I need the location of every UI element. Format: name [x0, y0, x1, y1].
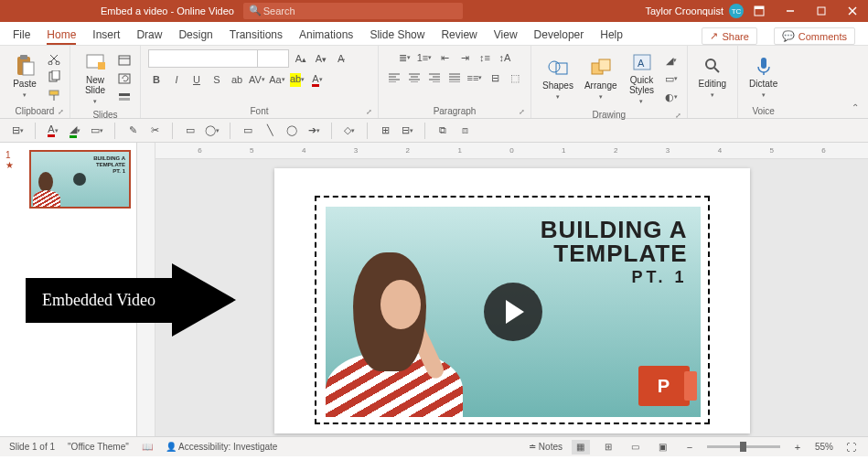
embedded-video[interactable]: BUILDING A TEMPLATE PT. 1 P	[326, 207, 701, 417]
tab-view[interactable]: View	[494, 28, 518, 45]
shrink-font-button[interactable]: A▾	[313, 50, 329, 67]
qat-outline-button[interactable]: ▭▾	[89, 123, 105, 139]
qat-crop-button[interactable]: ✂	[146, 123, 163, 139]
tab-help[interactable]: Help	[600, 28, 623, 45]
line-spacing-button[interactable]: ↕≡	[477, 49, 493, 66]
tab-design[interactable]: Design	[178, 28, 212, 45]
shape-outline-button[interactable]: ▭▾	[663, 70, 680, 87]
qat-rect-button[interactable]: ▭	[240, 123, 256, 139]
justify-button[interactable]	[446, 70, 463, 86]
zoom-slider[interactable]	[707, 445, 780, 448]
ribbon-display-button[interactable]	[744, 0, 775, 22]
numbering-button[interactable]: 1≡▾	[416, 49, 433, 66]
collapse-ribbon-button[interactable]: ⌃	[842, 102, 868, 112]
slide[interactable]: BUILDING A TEMPLATE PT. 1 P	[274, 168, 750, 433]
comments-button[interactable]: 💬Comments	[774, 27, 855, 45]
zoom-level[interactable]: 55%	[815, 442, 833, 452]
shape-effects-button[interactable]: ◐▾	[663, 89, 680, 105]
normal-view-button[interactable]: ▦	[572, 440, 590, 455]
paste-button[interactable]: Paste▾	[7, 53, 42, 102]
tab-home[interactable]: Home	[47, 28, 76, 45]
zoom-out-button[interactable]: −	[681, 439, 698, 455]
qat-ungroup-button[interactable]: ⧈	[456, 123, 473, 139]
status-spellcheck-icon[interactable]: 📖	[142, 442, 153, 452]
user-area[interactable]: Taylor Croonquist TC	[645, 4, 744, 18]
indent-inc-button[interactable]: ⇥	[456, 49, 473, 66]
qat-shape-button[interactable]: ◇▾	[341, 123, 358, 139]
minimize-button[interactable]	[775, 0, 806, 22]
tab-insert[interactable]: Insert	[92, 28, 120, 45]
qat-gridlines-button[interactable]: ⊟▾	[399, 123, 415, 139]
clear-format-button[interactable]: A̶	[333, 50, 349, 67]
search-input[interactable]	[243, 3, 463, 19]
qat-group-button[interactable]: ⧉	[434, 123, 451, 139]
tab-animations[interactable]: Animations	[299, 28, 353, 45]
arrange-button[interactable]: Arrange▾	[581, 55, 621, 103]
qat-table-button[interactable]: ⊞	[377, 123, 393, 139]
new-slide-button[interactable]: New Slide▾	[78, 49, 113, 108]
close-button[interactable]	[837, 0, 868, 22]
qat-fill-button[interactable]: ◢▾	[67, 123, 83, 139]
smartart-button[interactable]: ⬚	[507, 70, 523, 86]
qat-fontcolor-button[interactable]: A▾	[45, 123, 61, 139]
slideshow-view-button[interactable]: ▣	[654, 440, 672, 455]
maximize-button[interactable]	[806, 0, 837, 22]
tab-transitions[interactable]: Transitions	[230, 28, 283, 45]
layout-button[interactable]	[116, 52, 133, 69]
notes-button[interactable]: ≐ Notes	[529, 442, 563, 452]
selection-box[interactable]: BUILDING A TEMPLATE PT. 1 P	[315, 196, 710, 424]
qat-line-button[interactable]: ╲	[262, 123, 278, 139]
section-button[interactable]	[116, 89, 133, 105]
shape-fill-button[interactable]: ◢▾	[663, 52, 680, 69]
font-color-button[interactable]: A▾	[309, 71, 326, 88]
text-direction-button[interactable]: ↕A	[497, 49, 513, 66]
font-launcher[interactable]: ⤢	[366, 108, 372, 116]
qat-arrow-button[interactable]: ➔▾	[305, 123, 322, 139]
reading-view-button[interactable]: ▭	[627, 440, 645, 455]
align-center-button[interactable]	[406, 70, 423, 86]
play-button[interactable]	[484, 283, 542, 341]
shadow-button[interactable]: ab	[229, 71, 245, 88]
qat-merge-button[interactable]: ◯▾	[204, 123, 220, 139]
share-button[interactable]: ↗Share	[702, 27, 756, 45]
drawing-launcher[interactable]: ⤢	[675, 112, 681, 120]
italic-button[interactable]: I	[168, 71, 185, 88]
underline-button[interactable]: U	[188, 71, 205, 88]
font-name-input[interactable]	[148, 49, 258, 68]
sorter-view-button[interactable]: ⊞	[599, 440, 617, 455]
strike-button[interactable]: S	[209, 71, 225, 88]
columns-button[interactable]: ≡≡▾	[466, 70, 483, 86]
tab-review[interactable]: Review	[441, 28, 477, 45]
char-spacing-button[interactable]: AV▾	[249, 71, 265, 88]
copy-button[interactable]	[46, 69, 62, 85]
tab-file[interactable]: File	[13, 28, 30, 45]
qat-align-button[interactable]: ⊟▾	[9, 123, 26, 139]
qat-eyedropper-button[interactable]: ✎	[124, 123, 141, 139]
zoom-in-button[interactable]: +	[789, 439, 806, 455]
reset-button[interactable]	[116, 70, 133, 87]
tab-draw[interactable]: Draw	[136, 28, 162, 45]
align-left-button[interactable]	[386, 70, 402, 86]
tab-slideshow[interactable]: Slide Show	[370, 28, 424, 45]
slide-thumbnail-1[interactable]: BUILDING ATEMPLATEPT. 1	[29, 150, 131, 209]
font-size-input[interactable]	[258, 49, 289, 68]
change-case-button[interactable]: Aa▾	[269, 71, 285, 88]
highlight-button[interactable]: ab▾	[289, 71, 305, 88]
clipboard-launcher[interactable]: ⤢	[58, 108, 64, 116]
align-right-button[interactable]	[426, 70, 443, 86]
grow-font-button[interactable]: A▴	[293, 50, 309, 67]
editing-button[interactable]: Editing▾	[695, 53, 731, 102]
cut-button[interactable]	[46, 50, 62, 67]
bullets-button[interactable]: ≣▾	[396, 49, 413, 66]
status-accessibility[interactable]: 👤 Accessibility: Investigate	[166, 442, 278, 452]
qat-oval-button[interactable]: ◯	[284, 123, 300, 139]
paragraph-launcher[interactable]: ⤢	[519, 108, 525, 116]
qat-textbox-button[interactable]: ▭	[182, 123, 198, 139]
align-text-button[interactable]: ⊟	[487, 70, 503, 86]
shapes-button[interactable]: Shapes▾	[539, 55, 577, 103]
dictate-button[interactable]: Dictate▾	[745, 53, 781, 102]
bold-button[interactable]: B	[148, 71, 165, 88]
format-painter-button[interactable]	[46, 87, 62, 103]
tab-developer[interactable]: Developer	[534, 28, 584, 45]
quick-styles-button[interactable]: A Quick Styles▾	[625, 49, 659, 108]
